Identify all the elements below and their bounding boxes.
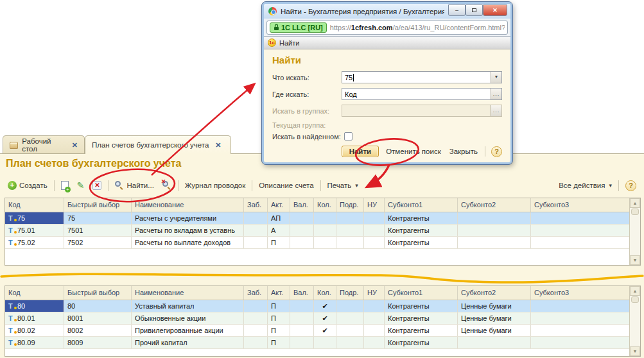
table-row[interactable]: Т75.027502Расчеты по выплате доходовПКон… xyxy=(5,237,629,249)
account-code-cell[interactable]: Т80.09 xyxy=(5,337,64,348)
table-cell[interactable] xyxy=(364,312,385,324)
scroll-up-button[interactable]: ▲ xyxy=(630,286,640,296)
dialog-close-button[interactable]: Закрыть xyxy=(448,146,479,157)
table-cell[interactable] xyxy=(244,312,268,324)
table-cell[interactable] xyxy=(364,337,385,348)
column-header[interactable]: Вал. xyxy=(290,198,314,212)
table-cell[interactable] xyxy=(314,337,336,348)
table-cell[interactable] xyxy=(336,212,364,224)
dialog-cancel-search-button[interactable]: Отменить поиск xyxy=(385,146,442,157)
table-cell[interactable]: Прочий капитал xyxy=(132,337,244,348)
table-cell[interactable]: Ценные бумаги xyxy=(458,312,531,324)
account-code-cell[interactable]: Т80 xyxy=(5,300,64,312)
column-header[interactable]: Кол. xyxy=(314,198,336,212)
column-header[interactable]: Субконто2 xyxy=(458,286,531,300)
column-header[interactable]: Субконто1 xyxy=(385,286,458,300)
table-cell[interactable] xyxy=(290,325,314,336)
table-cell[interactable]: 8001 xyxy=(64,312,132,324)
column-header[interactable]: Код xyxy=(5,286,64,300)
table-cell[interactable]: 7502 xyxy=(64,237,132,248)
account-code-cell[interactable]: Т75 xyxy=(5,212,64,224)
table-cell[interactable]: Расчеты с учредителями xyxy=(132,212,244,224)
column-header[interactable]: Заб. xyxy=(244,198,268,212)
print-button[interactable]: Печать ▾ xyxy=(326,180,360,191)
account-code-cell[interactable]: Т75.02 xyxy=(5,237,64,248)
table-row[interactable]: Т7575Расчеты с учредителямиАПКонтрагенты xyxy=(5,212,629,225)
table-cell[interactable] xyxy=(244,225,268,236)
find-button[interactable]: Найти... xyxy=(113,180,155,191)
scroll-down-button[interactable]: ▼ xyxy=(630,255,640,265)
close-icon[interactable]: ✕ xyxy=(215,141,221,149)
table-cell[interactable]: Контрагенты xyxy=(385,300,458,312)
table-cell[interactable]: ✔ xyxy=(314,325,336,336)
table-cell[interactable]: А xyxy=(268,225,290,236)
column-header[interactable]: Код xyxy=(5,198,64,212)
close-icon[interactable]: ✕ xyxy=(72,141,78,149)
table-cell[interactable] xyxy=(364,300,385,312)
table-cell[interactable] xyxy=(244,300,268,312)
table-cell[interactable] xyxy=(244,237,268,248)
table-cell[interactable]: Обыкновенные акции xyxy=(132,312,244,324)
table-cell[interactable] xyxy=(290,300,314,312)
column-header[interactable]: НУ xyxy=(364,198,385,212)
journal-button[interactable]: Журнал проводок xyxy=(183,180,247,191)
account-code-cell[interactable]: Т75.01 xyxy=(5,225,64,236)
table-cell[interactable] xyxy=(336,300,364,312)
column-header[interactable]: Наименование xyxy=(132,286,244,300)
help-button[interactable]: ? xyxy=(623,179,638,192)
table-cell[interactable] xyxy=(244,337,268,348)
table-cell[interactable] xyxy=(531,337,629,348)
column-header[interactable]: Акт. xyxy=(268,286,290,300)
column-header[interactable]: Подр. xyxy=(336,198,364,212)
table-row[interactable]: Т8080Уставный капиталП✔КонтрагентыЦенные… xyxy=(5,300,629,312)
table-cell[interactable] xyxy=(336,225,364,236)
column-header[interactable]: Подр. xyxy=(336,286,364,300)
scroll-down-button[interactable]: ▼ xyxy=(630,346,640,356)
table-cell[interactable] xyxy=(531,300,629,312)
table-cell[interactable] xyxy=(314,237,336,248)
table-cell[interactable]: Привилегированные акции xyxy=(132,325,244,336)
scrollbar-thumb[interactable] xyxy=(631,296,639,303)
column-header[interactable]: Быстрый выбор xyxy=(64,286,132,300)
column-header[interactable]: Заб. xyxy=(244,286,268,300)
table-cell[interactable]: 80 xyxy=(64,300,132,312)
table-cell[interactable]: Расчеты по вкладам в уставнь xyxy=(132,225,244,236)
table-cell[interactable] xyxy=(244,325,268,336)
vertical-scrollbar[interactable]: ▲ ▼ xyxy=(629,286,640,356)
edit-button[interactable]: ✎ xyxy=(75,180,87,191)
column-header[interactable]: Наименование xyxy=(132,198,244,212)
column-header[interactable]: Кол. xyxy=(314,286,336,300)
table-cell[interactable] xyxy=(336,237,364,248)
all-actions-button[interactable]: Все действия ▾ xyxy=(557,180,614,191)
table-cell[interactable]: П xyxy=(268,300,290,312)
table-cell[interactable] xyxy=(531,212,629,224)
table-cell[interactable] xyxy=(364,225,385,236)
table-row[interactable]: Т75.017501Расчеты по вкладам в уставньАК… xyxy=(5,225,629,237)
table-cell[interactable] xyxy=(458,212,531,224)
table-cell[interactable]: Контрагенты xyxy=(385,312,458,324)
table-cell[interactable]: 7501 xyxy=(64,225,132,236)
table-cell[interactable] xyxy=(458,337,531,348)
what-input[interactable]: 75 ▼ xyxy=(342,71,502,83)
dialog-find-button[interactable]: Найти xyxy=(342,146,379,157)
table-cell[interactable] xyxy=(290,212,314,224)
create-button[interactable]: + Создать xyxy=(6,180,49,191)
table-cell[interactable] xyxy=(364,212,385,224)
table-cell[interactable]: Контрагенты xyxy=(385,325,458,336)
table-cell[interactable]: АП xyxy=(268,212,290,224)
scroll-up-button[interactable]: ▲ xyxy=(630,198,640,208)
table-row[interactable]: Т80.018001Обыкновенные акцииП✔Контрагент… xyxy=(5,312,629,325)
table-cell[interactable] xyxy=(531,237,629,248)
table-cell[interactable]: Контрагенты xyxy=(385,337,458,348)
vertical-scrollbar[interactable]: ▲ ▼ xyxy=(629,198,640,265)
table-cell[interactable]: ✔ xyxy=(314,312,336,324)
url-input[interactable]: 1C LLC [RU] https://1cfresh.com/a/ea/413… xyxy=(266,21,508,35)
account-description-button[interactable]: Описание счета xyxy=(257,180,315,191)
table-cell[interactable] xyxy=(336,312,364,324)
minimize-button[interactable]: – xyxy=(448,4,466,16)
table-cell[interactable]: 8002 xyxy=(64,325,132,336)
column-header[interactable]: Быстрый выбор xyxy=(64,198,132,212)
column-header[interactable]: Субконто3 xyxy=(531,286,629,300)
where-input[interactable]: Код ... xyxy=(342,88,502,100)
account-code-cell[interactable]: Т80.02 xyxy=(5,325,64,336)
